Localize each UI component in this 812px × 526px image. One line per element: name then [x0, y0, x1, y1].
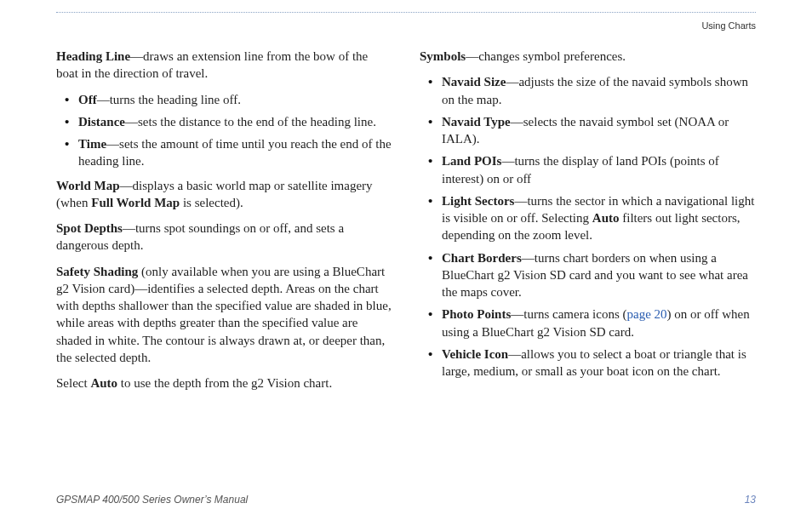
- term-world-map: World Map: [56, 179, 120, 192]
- world-map-desc-b: is selected).: [180, 196, 243, 209]
- bold-inline: Auto: [592, 211, 620, 225]
- dash: —: [511, 115, 523, 129]
- dash: —: [106, 137, 119, 151]
- list-item: Light Sectors—turns the sector in which …: [420, 192, 756, 244]
- term: Photo Points: [442, 307, 511, 321]
- list-item: Time—sets the amount of time until you r…: [56, 135, 392, 170]
- symbols-desc: changes symbol preferences.: [478, 49, 626, 63]
- term-heading-line: Heading Line: [56, 49, 130, 63]
- manual-page: Using Charts Heading Line—draws an exten…: [0, 0, 812, 526]
- heading-line-dash: —: [130, 49, 143, 63]
- list-item: Chart Borders—turns chart borders on whe…: [420, 249, 756, 301]
- page-number: 13: [745, 494, 756, 506]
- term: Navaid Size: [442, 75, 506, 89]
- desc-a: turns camera icons (: [523, 307, 626, 321]
- term: Off: [78, 93, 97, 106]
- dash: —: [522, 251, 535, 265]
- page-footer: GPSMAP 400/500 Series Owner’s Manual 13: [56, 494, 756, 506]
- list-item: Photo Points—turns camera icons (page 20…: [420, 306, 756, 340]
- auto-pre: Select: [56, 376, 90, 390]
- world-map-bold: Full World Map: [91, 196, 180, 209]
- term-symbols: Symbols: [420, 49, 466, 63]
- auto-bold: Auto: [90, 376, 117, 390]
- auto-line-para: Select Auto to use the depth from the g2…: [56, 374, 392, 392]
- list-item: Vehicle Icon—allows you to select a boat…: [420, 346, 756, 380]
- symbols-dash: —: [466, 49, 478, 63]
- page-link[interactable]: page 20: [626, 307, 666, 321]
- heading-options-list: Off—turns the heading line off. Distance…: [56, 91, 392, 170]
- dash: —: [125, 115, 138, 129]
- desc: sets the distance to the end of the head…: [138, 115, 376, 129]
- dash: —: [97, 93, 110, 106]
- term: Chart Borders: [442, 251, 522, 265]
- list-item: Navaid Size—adjusts the size of the nava…: [420, 73, 756, 108]
- term: Time: [78, 137, 106, 151]
- header-rule: [56, 12, 756, 13]
- dash: —: [514, 194, 527, 208]
- term: Distance: [78, 115, 125, 129]
- list-item: Off—turns the heading line off.: [56, 91, 392, 108]
- auto-post: to use the depth from the g2 Vision char…: [117, 376, 332, 390]
- world-map-para: World Map—displays a basic world map or …: [56, 177, 392, 212]
- left-column: Heading Line—draws an extension line fro…: [56, 48, 392, 400]
- term: Light Sectors: [442, 194, 514, 208]
- list-item: Land POIs—turns the display of land POIs…: [420, 152, 756, 187]
- list-item: Distance—sets the distance to the end of…: [56, 113, 392, 130]
- section-label: Using Charts: [701, 20, 756, 31]
- right-column: Symbols—changes symbol preferences. Nava…: [420, 48, 756, 400]
- term: Navaid Type: [442, 115, 511, 129]
- heading-line-para: Heading Line—draws an extension line fro…: [56, 48, 392, 83]
- dash: —: [511, 307, 523, 321]
- safety-shading-desc: (only available when you are using a Blu…: [56, 265, 392, 364]
- symbols-list: Navaid Size—adjusts the size of the nava…: [420, 73, 756, 380]
- desc: sets the amount of time until you reach …: [78, 137, 392, 168]
- term: Vehicle Icon: [442, 347, 508, 361]
- dash: —: [501, 154, 514, 168]
- manual-title: GPSMAP 400/500 Series Owner’s Manual: [56, 494, 248, 506]
- dash: —: [508, 347, 521, 361]
- term-spot-depths: Spot Depths: [56, 221, 123, 235]
- content-columns: Heading Line—draws an extension line fro…: [56, 48, 756, 400]
- spot-depths-dash: —: [123, 221, 135, 235]
- world-map-dash: —: [120, 179, 133, 192]
- symbols-para: Symbols—changes symbol preferences.: [420, 48, 756, 65]
- term: Land POIs: [442, 154, 501, 168]
- list-item: Navaid Type—selects the navaid symbol se…: [420, 113, 756, 148]
- spot-depths-para: Spot Depths—turns spot soundings on or o…: [56, 220, 392, 254]
- desc: turns the heading line off.: [110, 93, 241, 106]
- safety-shading-para: Safety Shading (only available when you …: [56, 263, 392, 367]
- term-safety-shading: Safety Shading: [56, 265, 138, 278]
- dash: —: [506, 75, 518, 89]
